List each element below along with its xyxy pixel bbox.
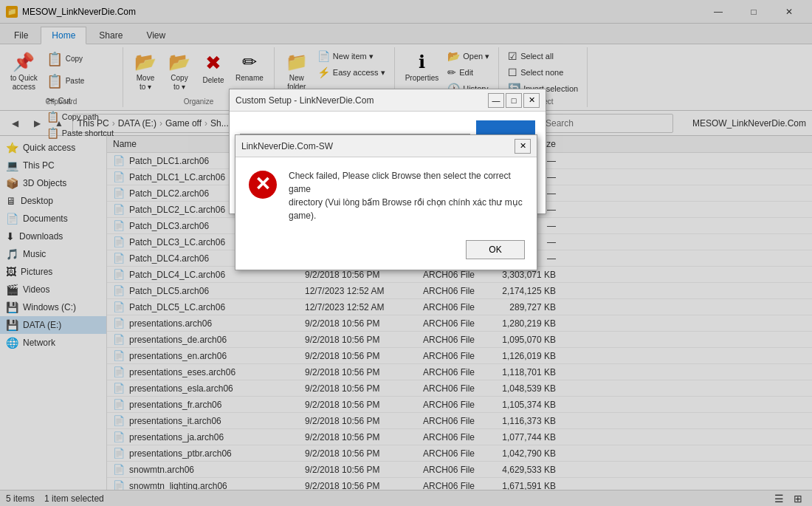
error-line2: directory (Vui lòng bấm Browse rồi chọn … <box>289 197 523 208</box>
error-dialog-body: ✕ Check failed, Please click Browse then… <box>235 157 537 234</box>
error-dialog-titlebar: LinkNeverDie.Com-SW ✕ <box>235 135 537 157</box>
svg-text:✕: ✕ <box>255 173 271 195</box>
custom-setup-maximize[interactable]: □ <box>506 93 522 108</box>
error-line3: game). <box>289 211 316 221</box>
ok-button[interactable]: OK <box>466 240 525 259</box>
error-message: Check failed, Please click Browse then s… <box>289 169 525 222</box>
error-dialog-footer: OK <box>235 234 537 270</box>
custom-setup-titlebar: Custom Setup - LinkNeverDie.Com — □ ✕ <box>230 89 546 112</box>
error-icon: ✕ <box>247 169 278 200</box>
error-dialog: LinkNeverDie.Com-SW ✕ ✕ Check failed, Pl… <box>235 134 537 270</box>
custom-setup-close[interactable]: ✕ <box>523 93 540 108</box>
error-line1: Check failed, Please click Browse then s… <box>289 171 511 194</box>
error-dialog-close[interactable]: ✕ <box>515 139 531 154</box>
custom-setup-controls: — □ ✕ <box>488 93 540 108</box>
custom-setup-minimize[interactable]: — <box>488 93 504 108</box>
error-dialog-title: LinkNeverDie.Com-SW <box>241 141 333 151</box>
custom-setup-title: Custom Setup - LinkNeverDie.Com <box>235 95 374 106</box>
